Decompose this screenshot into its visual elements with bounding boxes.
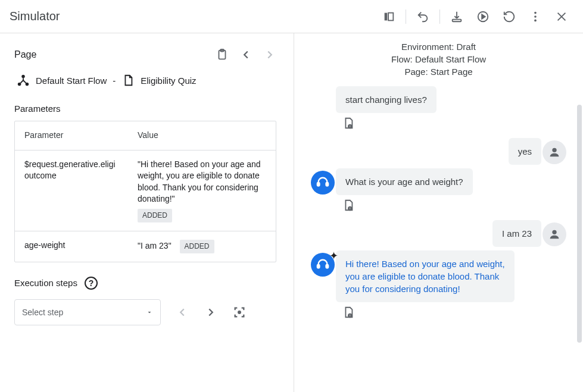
user-avatar-icon [543,140,566,164]
next-page-icon[interactable] [260,45,279,64]
svg-rect-1 [388,12,393,20]
agent-avatar-icon [311,171,335,195]
page-section-header: Page [14,45,279,64]
svg-point-4 [534,11,537,14]
focus-step-icon[interactable] [227,300,251,324]
param-name: $request.generative.eligioutcome [15,150,128,231]
svg-rect-16 [317,183,320,186]
breadcrumb-page-label: Eligibility Quiz [141,76,196,86]
param-value-cell: "I am 23" ADDED [128,231,276,262]
left-panel: Page Default Start Flow - E [0,33,294,392]
agent-avatar-generative-icon [311,253,335,277]
save-icon[interactable] [445,5,469,29]
svg-point-9 [21,75,25,78]
avatar-slot [310,250,336,277]
svg-rect-17 [326,183,329,186]
parameters-title: Parameters [14,104,279,114]
page-section-title: Page [14,49,36,60]
play-icon[interactable] [471,5,495,29]
select-step-dropdown[interactable]: Select step [14,299,161,325]
flow-line: Flow: Default Start Flow [294,53,583,65]
message-details-icon[interactable]: i [342,117,568,130]
help-icon[interactable]: ? [85,277,98,290]
message-bubble: start changing lives? [336,86,437,113]
svg-point-5 [534,15,537,18]
avatar-slot [310,86,336,89]
svg-point-15 [552,148,556,152]
param-value-cell: "Hi there! Based on your age and weight,… [128,150,276,231]
agent-message-generative: Hi there! Based on your age and weight, … [310,250,568,302]
breadcrumb-separator: - [113,76,116,86]
undo-icon[interactable] [411,5,435,29]
divider [406,10,406,24]
prev-page-icon[interactable] [236,45,255,64]
breadcrumb-flow-label: Default Start Flow [36,76,107,86]
env-line: Environment: Draft [294,40,583,53]
flow-icon [17,74,30,87]
svg-rect-0 [385,12,388,20]
reset-icon[interactable] [497,5,521,29]
svg-point-12 [238,311,241,313]
layout-toggle-icon[interactable] [377,5,401,29]
user-avatar-icon [543,222,566,246]
agent-message: What is your age and weight? [310,168,568,195]
avatar-slot [310,168,336,195]
page-icon [121,74,135,87]
execution-controls: Select step [14,299,279,325]
svg-rect-2 [453,19,462,21]
message-bubble: yes [509,138,541,165]
titlebar: Simulator [0,0,583,33]
table-row: age-weight "I am 23" ADDED [15,231,276,262]
more-icon[interactable] [523,5,547,29]
svg-text:i: i [350,124,350,128]
agent-message: start changing lives? [310,86,568,113]
user-message: yes [310,138,568,165]
header-param: Parameter [15,121,128,150]
next-step-icon[interactable] [199,300,223,324]
conversation[interactable]: start changing lives? i yes [294,80,583,392]
header-value: Value [128,121,276,150]
table-header: Parameter Value [15,121,276,150]
environment-info: Environment: Draft Flow: Default Start F… [294,33,583,80]
svg-text:i: i [350,206,350,210]
divider [439,10,440,24]
page-line: Page: Start Page [294,65,583,78]
user-message: I am 23 [310,220,568,247]
message-bubble: I am 23 [492,220,541,247]
param-name: age-weight [15,231,128,262]
chevron-down-icon [146,309,153,316]
titlebar-actions [377,5,573,29]
svg-text:i: i [350,313,350,317]
param-value: "Hi there! Based on your age and weight,… [138,159,266,205]
svg-point-20 [552,230,556,234]
message-details-icon[interactable]: i [342,306,568,319]
avatar-slot [541,220,568,246]
scrollbar[interactable] [577,105,582,343]
status-badge: ADDED [138,209,172,222]
execution-header: Execution steps ? [14,277,279,290]
breadcrumb-page[interactable]: Eligibility Quiz [121,74,196,87]
close-icon[interactable] [550,5,573,29]
step-nav [170,300,251,324]
execution-title: Execution steps [14,278,77,288]
app-title: Simulator [10,10,60,23]
breadcrumb-flow[interactable]: Default Start Flow [17,74,107,87]
svg-point-6 [534,19,537,21]
svg-rect-21 [317,265,320,268]
prev-step-icon[interactable] [170,300,194,324]
parameters-table: Parameter Value $request.generative.elig… [14,121,276,262]
svg-rect-22 [326,265,329,268]
table-row: $request.generative.eligioutcome "Hi the… [15,150,276,231]
select-step-placeholder: Select step [22,308,63,317]
status-badge: ADDED [180,240,214,253]
message-bubble: What is your age and weight? [336,168,473,195]
right-panel: Environment: Draft Flow: Default Start F… [294,33,583,392]
page-header-icons [213,45,279,64]
clipboard-icon[interactable] [213,45,232,64]
breadcrumb: Default Start Flow - Eligibility Quiz [17,74,279,87]
avatar-slot [541,138,568,164]
content: Page Default Start Flow - E [0,33,583,392]
param-value: "I am 23" [138,241,172,250]
message-details-icon[interactable]: i [342,199,568,212]
message-bubble: Hi there! Based on your age and weight, … [336,250,515,302]
